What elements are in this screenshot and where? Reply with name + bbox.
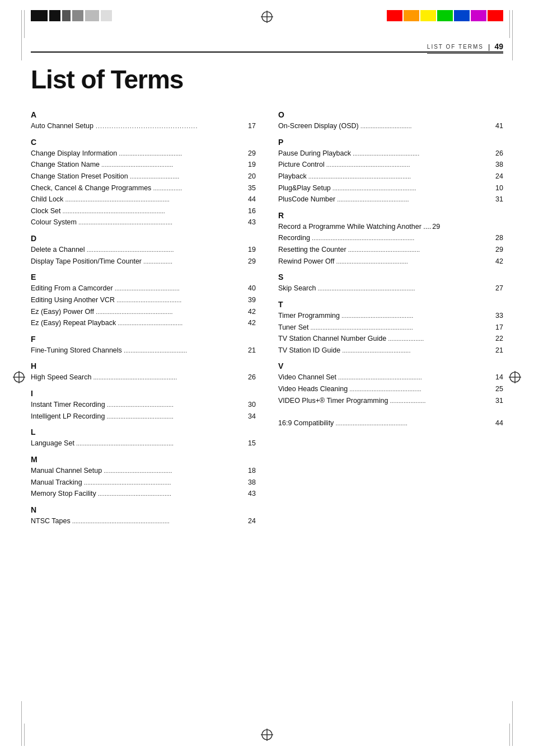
section-letter-l: L: [31, 428, 256, 436]
entry-editing-camcorder: Editing From a Camcorder ...............…: [31, 283, 256, 294]
entry-pause-playback: Pause During Playback ..................…: [278, 148, 503, 159]
entry-fine-tuning: Fine-Tuning Stored Channels ............…: [31, 345, 256, 356]
entry-plug-play: Plug&Play Setup ........................…: [278, 182, 503, 194]
entry-display-tape: Display Tape Position/Time Counter .....…: [31, 256, 256, 267]
entry-169-compat: 16:9 Compatibility .....................…: [278, 417, 503, 429]
entry-rewind-power-off: Rewind Power Off .......................…: [278, 256, 503, 267]
entry-check-cancel: Check, Cancel & Change Programmes ......…: [31, 182, 256, 194]
entry-colour-system: Colour System ..........................…: [31, 217, 256, 228]
section-letter-f: F: [31, 335, 256, 344]
entry-record-programme: Record a Programme While Watching Anothe…: [278, 221, 503, 233]
section-letter-e: E: [31, 273, 256, 281]
entry-language-set: Language Set ...........................…: [31, 438, 256, 449]
entry-videoplus-timer: VIDEO Plus+® Timer Programming .........…: [278, 395, 503, 407]
entry-osd: On-Screen Display (OSD) ................…: [278, 120, 503, 132]
entry-picture-control: Picture Control ........................…: [278, 159, 503, 171]
entry-skip-search: Skip Search ............................…: [278, 283, 503, 294]
left-crosshair-icon: [12, 370, 26, 384]
section-letter-v: V: [278, 361, 503, 370]
entry-ez-power-off: Ez (Easy) Power Off ....................…: [31, 306, 256, 318]
right-column: O On-Screen Display (OSD) ..............…: [278, 110, 503, 435]
entry-recording: Recording ..............................…: [278, 232, 503, 244]
top-crosshair-icon: [260, 10, 274, 24]
entry-playback: Playback ...............................…: [278, 171, 503, 182]
entry-page: 17: [246, 120, 256, 132]
section-letter-d: D: [31, 234, 256, 243]
entry-text: Auto Channel Setup: [31, 120, 93, 132]
section-letter-o: O: [278, 110, 503, 119]
entry-instant-timer: Instant Timer Recording ................…: [31, 399, 256, 411]
section-p: P Pause During Playback ................…: [278, 138, 503, 205]
section-letter-s: S: [278, 273, 503, 281]
entry-timer-programming: Timer Programming ......................…: [278, 310, 503, 322]
section-letter-c: C: [31, 138, 256, 147]
entry-child-lock: Child Lock .............................…: [31, 194, 256, 205]
section-letter-n: N: [31, 505, 256, 514]
entry-dots: ........................................…: [93, 121, 246, 131]
entry-manual-tracking: Manual Tracking ........................…: [31, 477, 256, 489]
entry-tuner-set: Tuner Set ..............................…: [278, 322, 503, 334]
entry-video-heads: Video Heads Cleaning ...................…: [278, 383, 503, 395]
header-page: 49: [494, 42, 503, 51]
entry-ez-repeat: Ez (Easy) Repeat Playback ..............…: [31, 317, 256, 329]
section-e: E Editing From a Camcorder .............…: [31, 273, 256, 329]
section-m: M Manual Channel Setup .................…: [31, 455, 256, 500]
section-letter-m: M: [31, 455, 256, 464]
section-letter-t: T: [278, 300, 503, 309]
header-title: LIST OF TERMS: [427, 44, 484, 50]
entry-high-speed: High Speed Search ......................…: [31, 372, 256, 383]
right-crosshair-icon: [508, 370, 522, 384]
section-i: I Instant Timer Recording ..............…: [31, 389, 256, 422]
section-v: V Video Channel Set ....................…: [278, 361, 503, 406]
entry-clock-set: Clock Set ..............................…: [31, 205, 256, 217]
section-letter-p: P: [278, 138, 503, 147]
section-letter-r: R: [278, 211, 503, 220]
entry-auto-channel: Auto Channel Setup .....................…: [31, 120, 256, 132]
section-f: F Fine-Tuning Stored Channels ..........…: [31, 335, 256, 356]
section-o: O On-Screen Display (OSD) ..............…: [278, 110, 503, 132]
section-d: D Delete a Channel .....................…: [31, 234, 256, 267]
section-l: L Language Set .........................…: [31, 428, 256, 449]
section-a: A Auto Channel Setup ...................…: [31, 110, 256, 132]
header-separator: |: [488, 43, 490, 51]
section-n: N NTSC Tapes ...........................…: [31, 505, 256, 527]
entry-change-station-preset: Change Station Preset Position .........…: [31, 171, 256, 182]
entry-tv-channel-number: TV Station Channel Number Guide ........…: [278, 333, 503, 345]
entry-pluscode: PlusCode Number ........................…: [278, 194, 503, 205]
entry-change-station-name: Change Station Name ....................…: [31, 159, 256, 171]
section-letter-i: I: [31, 389, 256, 398]
section-letter-a: A: [31, 110, 256, 119]
entry-ntsc: NTSC Tapes .............................…: [31, 515, 256, 527]
entry-editing-vcr: Editing Using Another VCR ..............…: [31, 294, 256, 306]
left-column: A Auto Channel Setup ...................…: [31, 110, 256, 532]
section-h: H High Speed Search ....................…: [31, 361, 256, 383]
entry-delete-channel: Delete a Channel .......................…: [31, 244, 256, 256]
section-letter-h: H: [31, 361, 256, 370]
entry-memory-stop: Memory Stop Facility ...................…: [31, 488, 256, 500]
bottom-crosshair-icon: [260, 728, 274, 741]
section-169: 16:9 Compatibility .....................…: [278, 417, 503, 429]
section-t: T Timer Programming ....................…: [278, 300, 503, 356]
entry-resetting-counter: Resetting the Counter ..................…: [278, 244, 503, 256]
entry-video-channel: Video Channel Set ......................…: [278, 372, 503, 383]
entry-manual-channel: Manual Channel Setup ...................…: [31, 465, 256, 477]
section-c: C Change Display Information ...........…: [31, 138, 256, 228]
entry-change-display: Change Display Information .............…: [31, 148, 256, 159]
entry-intelligent-lp: Intelligent LP Recording ...............…: [31, 411, 256, 422]
section-r: R Record a Programme While Watching Anot…: [278, 211, 503, 267]
entry-tv-station-id: TV Station ID Guide ....................…: [278, 345, 503, 356]
section-s: S Skip Search ..........................…: [278, 273, 503, 294]
page-title: List of Terms: [31, 64, 503, 95]
